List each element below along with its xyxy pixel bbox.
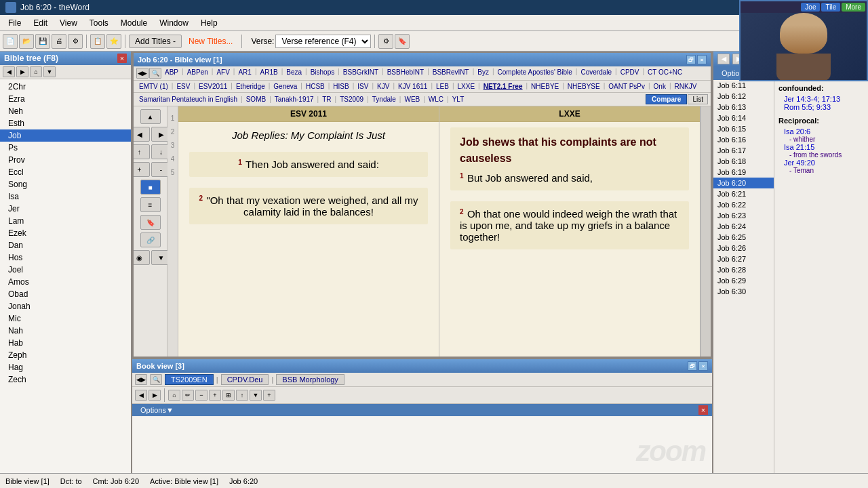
nav-link[interactable]: 🔗 (140, 232, 161, 247)
trans-hcsb[interactable]: HCSB (303, 82, 328, 91)
tree-item-zech[interactable]: Zech (0, 373, 131, 386)
crossref-jer143[interactable]: Jer 14:3-4; 17:13 (784, 95, 864, 103)
trans-esv2011[interactable]: ESV2011 (196, 82, 230, 91)
trans-hisb[interactable]: HISB (330, 82, 351, 91)
bottom-forward[interactable]: ▶ (149, 390, 161, 401)
nav-zoom-in[interactable]: + (134, 162, 150, 177)
tree-item-jer[interactable]: Jer (0, 203, 131, 215)
tree-item-isa[interactable]: Isa (0, 190, 131, 203)
toolbar-print[interactable]: 🖨 (52, 34, 66, 49)
trans-ts2009[interactable]: TS2009 (337, 95, 366, 104)
nav-scroll-up[interactable]: ↑ (134, 144, 150, 159)
tree-item-song[interactable]: Song (0, 178, 131, 190)
trans-tyndale[interactable]: Tyndale (370, 95, 399, 104)
tree-item-prov[interactable]: Prov (0, 154, 131, 166)
video-tile-btn[interactable]: Tile (821, 3, 840, 12)
tree-forward[interactable]: ▶ (16, 66, 28, 77)
verse-item-620[interactable]: Job 6:20 (713, 178, 774, 188)
bible-tree-close[interactable]: × (117, 54, 127, 63)
trans-complete[interactable]: Complete Apostles' Bible (495, 68, 575, 79)
tree-item-joel[interactable]: Joel (0, 264, 131, 276)
lxx-content[interactable]: Job shews that his complaints are not ca… (439, 122, 700, 357)
trans-abpen[interactable]: ABPen (184, 68, 211, 79)
menu-file[interactable]: File (3, 17, 26, 29)
panel-restore[interactable]: 🗗 (686, 55, 696, 64)
tree-item-eccl[interactable]: Eccl (0, 166, 131, 178)
bottom-plus[interactable]: + (263, 390, 275, 401)
tree-item-hab[interactable]: Hab (0, 337, 131, 349)
verse-item-623[interactable]: Job 6:23 (713, 210, 774, 221)
menu-edit[interactable]: Edit (28, 17, 53, 29)
tree-item-nah[interactable]: Nah (0, 325, 131, 337)
verse-item-612[interactable]: Job 6:12 (713, 91, 774, 102)
bible-scrollbar[interactable] (700, 106, 711, 357)
trans-lxxe[interactable]: LXXE (455, 82, 478, 91)
trans-leb[interactable]: LEB (433, 82, 452, 91)
bottom-edit[interactable]: ✏ (182, 390, 194, 401)
verse-item-630[interactable]: Job 6:30 (713, 286, 774, 297)
bottom-close-btn[interactable]: × (698, 361, 708, 371)
trans-oant[interactable]: OANT PsPv (606, 82, 648, 91)
tree-item-job[interactable]: Job (0, 129, 131, 142)
tab-bsbmorphology[interactable]: BSB Morphology (276, 374, 344, 385)
trans-byz[interactable]: Byz (475, 68, 492, 79)
menu-help[interactable]: Help (195, 17, 223, 29)
verse-item-629[interactable]: Job 6:29 (713, 275, 774, 286)
verse-item-613[interactable]: Job 6:13 (713, 102, 774, 113)
trans-afv[interactable]: AFV (214, 68, 232, 79)
verse-item-624[interactable]: Job 6:24 (713, 221, 774, 232)
trans-somb[interactable]: SOMB (243, 95, 269, 104)
trans-nhebyse[interactable]: NHEBYSE (565, 82, 603, 91)
verse-item-614[interactable]: Job 6:14 (713, 113, 774, 123)
verse-item-625[interactable]: Job 6:25 (713, 232, 774, 243)
verse-item-627[interactable]: Job 6:27 (713, 253, 774, 264)
panel-close-btn[interactable]: × (697, 55, 707, 64)
toolbar-save[interactable]: 💾 (35, 34, 50, 49)
trans-onk[interactable]: Onk (651, 82, 669, 91)
crossref-isa206[interactable]: Isa 20:6 (784, 127, 864, 136)
tree-item-hos[interactable]: Hos (0, 251, 131, 264)
verse-reference-select[interactable]: Verse reference (F4) (275, 35, 371, 48)
tree-item-ps[interactable]: Ps (0, 142, 131, 154)
trans-cpdv[interactable]: CPDV (618, 68, 642, 79)
trans-bishops[interactable]: Bishops (308, 68, 338, 79)
tree-item-esth[interactable]: Esth (0, 117, 131, 129)
tree-item-amos[interactable]: Amos (0, 276, 131, 288)
tree-item-lam[interactable]: Lam (0, 215, 131, 227)
bottom-home[interactable]: ⌂ (168, 390, 180, 401)
new-titles-button[interactable]: New Titles... (183, 35, 238, 47)
trans-wlc[interactable]: WLC (426, 95, 446, 104)
right-nav-back[interactable]: ◀ (717, 54, 730, 64)
toolbar-btn5[interactable]: ⚙ (68, 34, 83, 49)
trans-samaritan[interactable]: Samaritan Pentateuch in English (136, 95, 240, 104)
verse-item-615[interactable]: Job 6:15 (713, 123, 774, 134)
toolbar-extra1[interactable]: ⚙ (378, 34, 393, 49)
trans-etheridge[interactable]: Etheridge (233, 82, 268, 91)
trans-coverdale[interactable]: Coverdale (578, 68, 614, 79)
trans-web[interactable]: WEB (401, 95, 422, 104)
verse-item-611[interactable]: Job 6:11 (713, 80, 774, 91)
trans-isv[interactable]: ISV (355, 82, 371, 91)
verse-item-622[interactable]: Job 6:22 (713, 199, 774, 210)
trans-ylt[interactable]: YLT (450, 95, 467, 104)
menu-view[interactable]: View (54, 17, 83, 29)
video-more-btn[interactable]: More (842, 3, 865, 12)
tree-item-2chr[interactable]: 2Chr (0, 81, 131, 93)
trans-search[interactable]: 🔍 (149, 68, 161, 79)
trans-nav[interactable]: ◀▶ (136, 68, 149, 79)
crossref-isa2115[interactable]: Isa 21:15 (784, 143, 864, 151)
toolbar-open[interactable]: 📂 (19, 34, 34, 49)
tree-menu[interactable]: ▼ (43, 66, 56, 77)
tab-cpdvdeu[interactable]: CPDV.Deu (221, 374, 269, 385)
trans-rnkjv[interactable]: RNKJV (672, 82, 700, 91)
trans-kjv1611[interactable]: KJV 1611 (395, 82, 430, 91)
trans-ctocnc[interactable]: CT OC+NC (645, 68, 685, 79)
esv-content[interactable]: Job Replies: My Complaint Is Just 1 Then… (178, 122, 439, 357)
toolbar-extra2[interactable]: 🔖 (395, 34, 410, 49)
trans-bsbhebint[interactable]: BSBHebINT (384, 68, 427, 79)
trans-tr[interactable]: TR (319, 95, 334, 104)
toolbar-new[interactable]: 📄 (3, 34, 18, 49)
bottom-up[interactable]: ↑ (236, 390, 248, 401)
tree-item-neh[interactable]: Neh (0, 105, 131, 117)
trans-ar1[interactable]: AR1 (235, 68, 254, 79)
